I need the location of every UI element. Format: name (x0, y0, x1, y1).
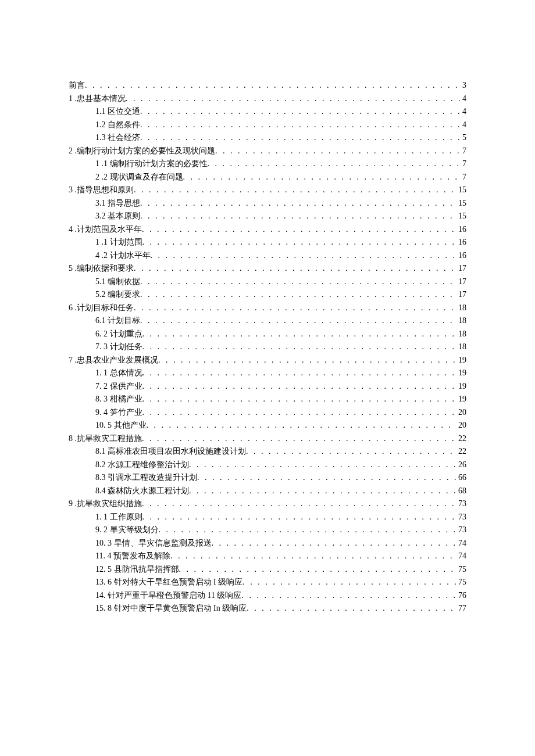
toc-leader-dots (159, 526, 456, 534)
toc-entry: 1. 1 工作原则73 (69, 513, 466, 521)
toc-label: 8.4 森林防火水源工程计划 (95, 487, 189, 495)
toc-entry: 15. 8 针对中度干旱黄色预警启动 In 级响应77 (69, 604, 466, 612)
toc-label: 6.1 计划目标 (95, 317, 140, 325)
toc-label: 4 .计划范围及水平年 (69, 225, 142, 234)
toc-entry: 3 .指导思想和原则15 (69, 186, 466, 194)
toc-page-number: 4 (460, 108, 466, 116)
toc-label: 1.1 区位交通 (95, 108, 140, 116)
toc-page-number: 7 (460, 173, 466, 181)
toc-leader-dots (142, 409, 456, 417)
toc-leader-dots (140, 212, 456, 220)
toc-page-number: 74 (456, 539, 466, 547)
toc-label: 2 .2 现状调查及存在问题 (95, 173, 183, 181)
table-of-contents: 前言31 .忠县基本情况41.1 区位交通41.2 自然条件41.3 社会经济5… (69, 81, 466, 612)
toc-page-number: 18 (456, 343, 466, 351)
toc-label: 3.1 指导思想 (95, 199, 140, 207)
toc-leader-dots (158, 356, 456, 364)
toc-entry: 9. 2 旱灾等级划分73 (69, 526, 466, 534)
toc-label: 1. 1 总体情况 (95, 369, 142, 377)
toc-label: 5 .编制依据和要求 (69, 264, 134, 273)
toc-entry: 2 .编制行动计划方案的必要性及现状问题7 (69, 147, 466, 155)
toc-label: 13. 6 针对特大干旱红色预警启动 I 级响应 (95, 578, 242, 586)
toc-leader-dots (179, 565, 456, 574)
toc-label: 1 .1 计划范围 (95, 238, 142, 246)
toc-entry: 1.3 社会经济5 (69, 134, 466, 142)
toc-entry: 1. 1 总体情况19 (69, 369, 466, 377)
toc-page-number: 75 (456, 578, 466, 586)
toc-page-number: 18 (456, 330, 466, 338)
toc-label: 前言 (69, 81, 85, 89)
toc-entry: 9 .抗旱救灾组织措施73 (69, 500, 466, 508)
toc-leader-dots (212, 539, 456, 547)
toc-page-number: 76 (456, 592, 466, 600)
toc-label: 3.2 基本原则 (95, 212, 140, 220)
toc-label: 10. 5 其他产业 (95, 421, 147, 429)
toc-entry: 13. 6 针对特大干旱红色预警启动 I 级响应75 (69, 578, 466, 586)
toc-page-number: 18 (456, 317, 466, 325)
toc-page-number: 5 (460, 134, 466, 142)
toc-page-number: 66 (456, 474, 466, 482)
toc-page-number: 16 (456, 238, 466, 246)
toc-label: 11. 4 预警发布及解除 (95, 552, 170, 560)
toc-page-number: 74 (456, 552, 466, 560)
toc-label: 8.3 引调水工程改造提升计划 (95, 474, 197, 482)
toc-page-number: 17 (456, 291, 466, 299)
toc-leader-dots (142, 395, 456, 403)
toc-label: 8.1 高标准农田项目农田水利设施建设计划 (95, 447, 246, 456)
toc-label: 12. 5 县防汛抗旱指挥部 (95, 565, 179, 574)
toc-page-number: 19 (456, 395, 466, 403)
toc-entry: 8.4 森林防火水源工程计划68 (69, 487, 466, 495)
toc-page-number: 7 (460, 160, 466, 168)
toc-entry: 12. 5 县防汛抗旱指挥部75 (69, 565, 466, 574)
toc-label: 14. 针对严重干旱橙色预警启动 11 级响应 (95, 592, 241, 600)
toc-page-number: 4 (460, 95, 466, 103)
toc-entry: 1 .1 编制行动计划方案的必要性7 (69, 160, 466, 168)
toc-leader-dots (242, 578, 456, 586)
toc-label: 3 .指导思想和原则 (69, 186, 134, 194)
toc-leader-dots (215, 147, 460, 155)
toc-page-number: 7 (460, 147, 466, 155)
toc-leader-dots (246, 447, 456, 456)
toc-label: 5.1 编制依据 (95, 278, 140, 286)
toc-page-number: 22 (456, 447, 466, 456)
toc-entry: 3.2 基本原则15 (69, 212, 466, 220)
toc-leader-dots (241, 592, 456, 600)
toc-leader-dots (140, 278, 456, 286)
toc-entry: 4 .2 计划水平年16 (69, 252, 466, 260)
toc-label: 1.2 自然条件 (95, 121, 140, 129)
toc-entry: 2 .2 现状调查及存在问题7 (69, 173, 466, 181)
toc-label: 9 .抗旱救灾组织措施 (69, 500, 142, 508)
toc-leader-dots (197, 474, 456, 482)
toc-label: 7 .忠县农业产业发展概况 (69, 356, 158, 364)
toc-page-number: 15 (456, 212, 466, 220)
toc-label: 5.2 编制要求 (95, 291, 140, 299)
toc-entry: 5.2 编制要求17 (69, 291, 466, 299)
toc-label: 1 .忠县基本情况 (69, 95, 126, 103)
toc-leader-dots (140, 291, 456, 299)
toc-entry: 4 .计划范围及水平年16 (69, 225, 466, 234)
toc-entry: 6. 2 计划重点18 (69, 330, 466, 338)
toc-leader-dots (134, 264, 456, 273)
toc-leader-dots (140, 108, 460, 116)
toc-label: 7. 3 计划任务 (95, 343, 142, 351)
toc-label: 7. 2 保供产业 (95, 382, 142, 390)
toc-page-number: 73 (456, 526, 466, 534)
toc-page-number: 77 (456, 604, 466, 612)
toc-leader-dots (170, 552, 456, 560)
toc-leader-dots (142, 369, 456, 377)
toc-leader-dots (189, 487, 456, 495)
toc-page-number: 16 (456, 252, 466, 260)
toc-label: 1 .1 编制行动计划方案的必要性 (95, 160, 208, 168)
toc-leader-dots (140, 317, 456, 325)
toc-leader-dots (189, 461, 456, 469)
toc-entry: 8.2 水源工程维修整治计划26 (69, 461, 466, 469)
toc-page-number: 20 (456, 421, 466, 429)
toc-page-number: 73 (456, 513, 466, 521)
toc-leader-dots (142, 435, 456, 443)
toc-entry: 14. 针对严重干旱橙色预警启动 11 级响应76 (69, 592, 466, 600)
toc-entry: 6 .计划目标和任务18 (69, 304, 466, 312)
toc-entry: 8 .抗旱救灾工程措施22 (69, 435, 466, 443)
toc-label: 10. 3 旱情、旱灾信息监测及报送 (95, 539, 212, 547)
toc-leader-dots (208, 160, 461, 168)
toc-leader-dots (140, 121, 460, 129)
